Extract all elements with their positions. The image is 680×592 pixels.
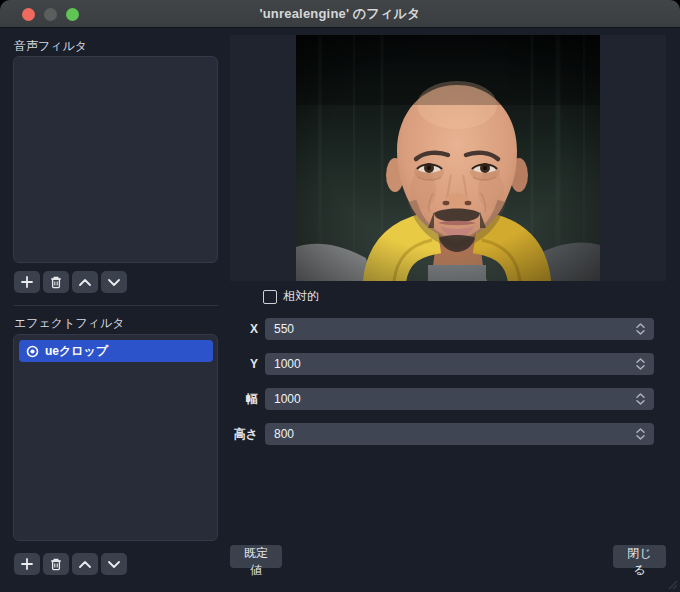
- remove-audio-filter-button[interactable]: [43, 271, 69, 293]
- relative-checkbox-label[interactable]: 相対的: [283, 288, 319, 305]
- x-field-label: X: [228, 318, 258, 340]
- eye-visible-icon[interactable]: [26, 345, 39, 358]
- effect-filters-toolbar: [14, 553, 127, 575]
- preview-image: [296, 35, 600, 281]
- plus-icon: [21, 558, 33, 570]
- chevron-up-icon: [79, 561, 91, 568]
- chevron-down-icon: [108, 279, 120, 286]
- trash-icon: [50, 276, 62, 289]
- spin-down-icon[interactable]: [636, 400, 645, 405]
- width-spin-arrows[interactable]: [636, 393, 654, 405]
- title-bar[interactable]: 'unrealengine' のフィルタ: [0, 0, 680, 28]
- height-spin-arrows[interactable]: [636, 428, 654, 440]
- chevron-up-icon: [79, 279, 91, 286]
- defaults-button[interactable]: 既定値: [230, 545, 282, 568]
- effect-filter-item[interactable]: ueクロップ: [19, 340, 213, 362]
- plus-icon: [21, 276, 33, 288]
- preview-area: [230, 35, 666, 281]
- section-divider: [14, 305, 218, 306]
- width-field-label: 幅: [228, 388, 258, 410]
- spin-down-icon[interactable]: [636, 435, 645, 440]
- relative-checkbox-row: 相対的: [263, 288, 319, 305]
- width-input[interactable]: [265, 388, 636, 410]
- spin-up-icon[interactable]: [636, 323, 645, 328]
- spin-down-icon[interactable]: [636, 365, 645, 370]
- chevron-down-icon: [108, 561, 120, 568]
- y-input[interactable]: [265, 353, 636, 375]
- effect-filter-name: ueクロップ: [45, 343, 108, 360]
- audio-filters-toolbar: [14, 271, 127, 293]
- spin-up-icon[interactable]: [636, 358, 645, 363]
- trash-icon: [50, 558, 62, 571]
- field-row-height: 高さ: [228, 423, 654, 445]
- move-up-audio-filter-button[interactable]: [72, 271, 98, 293]
- move-down-audio-filter-button[interactable]: [101, 271, 127, 293]
- resize-grip[interactable]: [668, 580, 678, 590]
- effect-filters-label: エフェクトフィルタ: [14, 315, 125, 332]
- spin-up-icon[interactable]: [636, 428, 645, 433]
- window-title: 'unrealengine' のフィルタ: [0, 0, 680, 28]
- remove-effect-filter-button[interactable]: [43, 553, 69, 575]
- effect-filters-list[interactable]: ueクロップ: [13, 334, 218, 541]
- x-spin-arrows[interactable]: [636, 323, 654, 335]
- move-down-effect-filter-button[interactable]: [101, 553, 127, 575]
- height-field-label: 高さ: [228, 423, 258, 445]
- y-field-label: Y: [228, 353, 258, 375]
- height-input[interactable]: [265, 423, 636, 445]
- width-spinbox[interactable]: [265, 388, 654, 410]
- filters-dialog: 'unrealengine' のフィルタ 音声フィルタ エフェクトフィルタ ue…: [0, 0, 680, 592]
- field-row-width: 幅: [228, 388, 654, 410]
- height-spinbox[interactable]: [265, 423, 654, 445]
- add-effect-filter-button[interactable]: [14, 553, 40, 575]
- y-spinbox[interactable]: [265, 353, 654, 375]
- relative-checkbox[interactable]: [263, 290, 277, 304]
- x-input[interactable]: [265, 318, 636, 340]
- x-spinbox[interactable]: [265, 318, 654, 340]
- field-row-x: X: [228, 318, 654, 340]
- audio-filters-list[interactable]: [13, 56, 218, 263]
- close-button[interactable]: 閉じる: [613, 545, 666, 568]
- audio-filters-label: 音声フィルタ: [14, 38, 87, 55]
- spin-up-icon[interactable]: [636, 393, 645, 398]
- y-spin-arrows[interactable]: [636, 358, 654, 370]
- move-up-effect-filter-button[interactable]: [72, 553, 98, 575]
- field-row-y: Y: [228, 353, 654, 375]
- spin-down-icon[interactable]: [636, 330, 645, 335]
- add-audio-filter-button[interactable]: [14, 271, 40, 293]
